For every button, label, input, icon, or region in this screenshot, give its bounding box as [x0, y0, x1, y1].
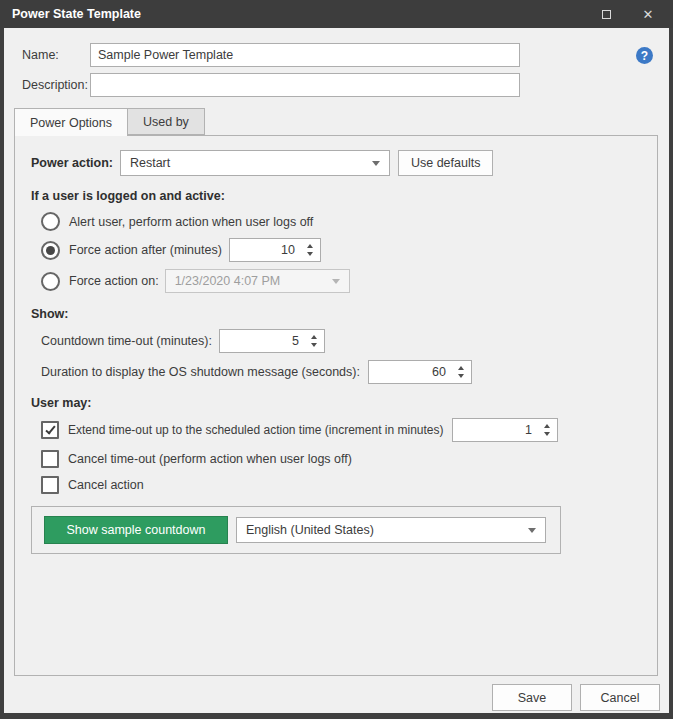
tab-power-options[interactable]: Power Options — [14, 108, 128, 136]
checkbox-icon-checked[interactable] — [41, 421, 59, 439]
checkbox-label: Cancel action — [68, 478, 144, 492]
chevron-down-icon — [372, 161, 380, 166]
force-after-minutes-stepper[interactable]: 10 — [229, 238, 321, 262]
language-value: English (United States) — [246, 523, 374, 537]
help-icon: ? — [641, 49, 648, 63]
radio-icon-selected[interactable] — [41, 241, 60, 260]
radio-row-alert-user[interactable]: Alert user, perform action when user log… — [41, 212, 641, 231]
power-action-select[interactable]: Restart — [120, 150, 390, 176]
spin-down-icon[interactable] — [311, 343, 317, 347]
extend-increment-stepper[interactable]: 1 — [452, 418, 558, 442]
checkmark-icon — [45, 423, 55, 434]
stepper-value: 1 — [453, 423, 540, 437]
checkbox-icon[interactable] — [41, 450, 59, 468]
stepper-value: 60 — [369, 365, 454, 379]
stepper-arrows[interactable] — [303, 239, 320, 261]
logged-on-heading: If a user is logged on and active: — [31, 189, 641, 203]
radio-dot — [46, 246, 55, 255]
spin-up-icon[interactable] — [307, 244, 313, 248]
spin-down-icon[interactable] — [458, 374, 464, 378]
duration-label: Duration to display the OS shutdown mess… — [41, 365, 360, 379]
name-label: Name: — [22, 48, 90, 62]
duration-row: Duration to display the OS shutdown mess… — [41, 360, 641, 384]
language-select[interactable]: English (United States) — [236, 517, 546, 543]
power-action-label: Power action: — [31, 156, 113, 170]
chevron-down-icon — [528, 528, 536, 533]
force-on-datetime-select: 1/23/2020 4:07 PM — [165, 269, 350, 293]
radio-icon[interactable] — [41, 272, 60, 291]
help-button[interactable]: ? — [636, 47, 653, 64]
tab-used-by[interactable]: Used by — [128, 108, 205, 135]
spin-up-icon[interactable] — [544, 424, 550, 428]
checkbox-icon[interactable] — [41, 476, 59, 494]
radio-label: Force action on: — [69, 274, 159, 288]
window-title: Power State Template — [0, 7, 141, 21]
datetime-value: 1/23/2020 4:07 PM — [175, 274, 281, 288]
stepper-value: 10 — [230, 243, 303, 257]
maximize-icon — [602, 10, 611, 19]
cancel-button[interactable]: Cancel — [580, 684, 660, 711]
spin-up-icon[interactable] — [311, 335, 317, 339]
show-sample-countdown-button[interactable]: Show sample countdown — [44, 516, 228, 544]
radio-icon[interactable] — [41, 212, 60, 231]
dialog-body: Name: ? Description: Power Options Used … — [4, 28, 669, 713]
use-defaults-button[interactable]: Use defaults — [398, 150, 493, 176]
maximize-button[interactable] — [598, 6, 614, 22]
dialog-footer: Save Cancel — [4, 676, 669, 711]
tab-bar: Power Options Used by — [14, 108, 669, 135]
save-button[interactable]: Save — [492, 684, 572, 711]
countdown-row: Countdown time-out (minutes): 5 — [41, 329, 641, 353]
power-options-panel: Power action: Restart Use defaults If a … — [14, 135, 658, 676]
checkbox-label: Extend time-out up to the scheduled acti… — [68, 423, 444, 437]
description-input[interactable] — [90, 73, 520, 97]
name-input[interactable] — [90, 43, 520, 67]
spin-down-icon[interactable] — [544, 432, 550, 436]
stepper-arrows[interactable] — [454, 361, 471, 383]
duration-seconds-stepper[interactable]: 60 — [368, 360, 472, 384]
tab-label: Power Options — [30, 116, 112, 130]
stepper-arrows[interactable] — [540, 419, 557, 441]
spin-up-icon[interactable] — [458, 366, 464, 370]
power-action-value: Restart — [130, 156, 170, 170]
stepper-arrows[interactable] — [307, 330, 324, 352]
titlebar-controls: ✕ — [598, 6, 673, 22]
chevron-down-icon — [332, 279, 340, 284]
dialog-window: Power State Template ✕ Name: ? Descripti… — [0, 0, 673, 719]
power-action-row: Power action: Restart Use defaults — [31, 150, 641, 176]
countdown-label: Countdown time-out (minutes): — [41, 334, 212, 348]
close-button[interactable]: ✕ — [640, 6, 656, 22]
user-may-heading: User may: — [31, 396, 641, 410]
spin-down-icon[interactable] — [307, 252, 313, 256]
sample-countdown-box: Show sample countdown English (United St… — [31, 506, 561, 554]
radio-label: Alert user, perform action when user log… — [69, 215, 313, 229]
countdown-minutes-stepper[interactable]: 5 — [219, 329, 325, 353]
show-heading: Show: — [31, 307, 641, 321]
close-icon: ✕ — [643, 8, 654, 21]
title-bar: Power State Template ✕ — [0, 0, 673, 28]
radio-label: Force action after (minutes) — [69, 243, 222, 257]
checkbox-row-extend[interactable]: Extend time-out up to the scheduled acti… — [41, 418, 641, 442]
checkbox-row-cancel-action[interactable]: Cancel action — [41, 476, 641, 494]
radio-row-force-on[interactable]: Force action on: 1/23/2020 4:07 PM — [41, 269, 641, 293]
checkbox-label: Cancel time-out (perform action when use… — [68, 452, 352, 466]
radio-row-force-after[interactable]: Force action after (minutes) 10 — [41, 238, 641, 262]
checkbox-row-cancel-timeout[interactable]: Cancel time-out (perform action when use… — [41, 450, 641, 468]
stepper-value: 5 — [220, 334, 307, 348]
tab-label: Used by — [143, 115, 189, 129]
description-label: Description: — [22, 78, 90, 92]
